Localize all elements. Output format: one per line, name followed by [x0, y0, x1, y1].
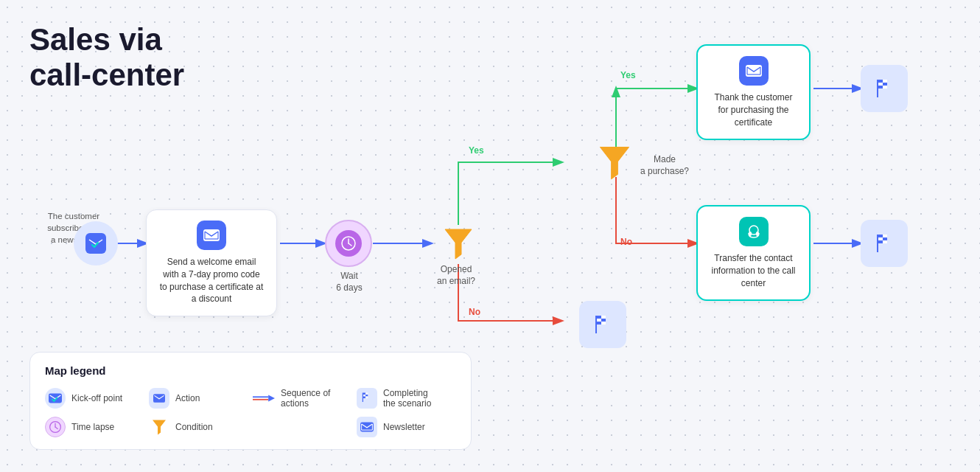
made-purchase-label: Madea purchase?	[635, 153, 694, 177]
headset-icon	[739, 217, 769, 246]
legend-action-icon	[149, 388, 169, 409]
svg-rect-56	[360, 422, 374, 431]
legend-newsletter: Newsletter	[357, 417, 456, 437]
legend-kickoff-icon	[45, 388, 66, 409]
svg-rect-24	[883, 83, 887, 86]
thank-customer-text: Thank the customer for purchasing the ce…	[710, 91, 797, 128]
svg-rect-26	[883, 86, 887, 88]
legend-grid: Kick-off point Action Sequence ofaction	[45, 387, 456, 437]
yes-label-1: Yes	[469, 145, 484, 156]
legend-condition-icon	[149, 417, 169, 437]
finish-flag-3	[579, 301, 626, 348]
condition1-node	[439, 224, 477, 263]
email-icon	[197, 221, 226, 250]
legend-sequence: Sequence ofactions	[253, 387, 352, 409]
svg-line-12	[349, 243, 351, 246]
legend-title: Map legend	[45, 364, 456, 377]
svg-rect-51	[363, 397, 365, 399]
envelope-icon-thank	[739, 56, 769, 86]
svg-rect-48	[365, 393, 368, 395]
legend-timelapse: Time lapse	[45, 417, 144, 437]
svg-rect-25	[878, 86, 883, 88]
map-legend: Map legend Kick-off point Action	[29, 352, 472, 450]
svg-rect-40	[601, 322, 606, 324]
transfer-contact-text: Transfer the contact information to the …	[710, 252, 797, 289]
svg-rect-41	[49, 393, 62, 403]
svg-rect-52	[365, 397, 368, 399]
svg-rect-37	[597, 319, 601, 322]
legend-timelapse-icon	[45, 417, 66, 437]
kickoff-node	[74, 221, 118, 266]
yes-label-2: Yes	[620, 69, 636, 81]
svg-rect-39	[597, 322, 601, 324]
kickoff-icon	[85, 233, 106, 254]
welcome-email-text: Send a welcome email with a 7-day promo …	[158, 256, 265, 305]
svg-rect-22	[883, 80, 887, 83]
svg-rect-6	[203, 229, 220, 241]
svg-rect-49	[363, 395, 365, 397]
legend-kickoff: Kick-off point	[45, 387, 144, 409]
svg-rect-50	[365, 395, 368, 397]
legend-empty	[253, 417, 352, 437]
wait-label: Wait6 days	[327, 270, 371, 294]
thank-customer-card: Thank the customer for purchasing the ce…	[696, 44, 811, 140]
svg-rect-5	[88, 237, 104, 249]
svg-rect-35	[597, 316, 601, 319]
legend-condition: Condition	[149, 417, 248, 437]
svg-marker-45	[268, 395, 275, 402]
finish-flag-2	[861, 220, 908, 267]
timelapse-node	[325, 220, 372, 267]
svg-rect-42	[153, 394, 165, 403]
opened-email-label: Openedan email?	[423, 263, 489, 287]
no-label-1: No	[469, 306, 480, 318]
svg-rect-21	[878, 80, 883, 83]
welcome-email-card: Send a welcome email with a 7-day promo …	[146, 209, 277, 316]
legend-finish: Completingthe scenario	[357, 387, 456, 409]
no-label-2: No	[620, 236, 632, 248]
svg-rect-20	[877, 80, 878, 97]
legend-finish-icon	[357, 388, 377, 409]
svg-rect-23	[878, 83, 883, 86]
finish-flag-1	[861, 65, 908, 112]
svg-rect-30	[878, 237, 883, 240]
svg-line-55	[55, 427, 57, 428]
legend-action: Action	[149, 387, 248, 409]
condition2-node	[595, 143, 634, 181]
clock-icon	[335, 230, 362, 257]
svg-rect-28	[878, 235, 883, 237]
svg-rect-33	[883, 240, 887, 243]
svg-rect-36	[601, 316, 606, 319]
legend-sequence-icon	[253, 387, 275, 409]
page-title: Sales via call-center	[29, 22, 184, 94]
svg-rect-29	[883, 235, 887, 237]
svg-rect-46	[363, 393, 363, 403]
transfer-contact-card: Transfer the contact information to the …	[696, 205, 811, 301]
svg-rect-32	[878, 240, 883, 243]
svg-rect-47	[363, 393, 365, 395]
svg-rect-38	[601, 319, 606, 322]
svg-rect-34	[595, 316, 597, 333]
svg-rect-31	[883, 237, 887, 240]
svg-rect-27	[877, 235, 878, 252]
legend-newsletter-icon	[357, 417, 377, 437]
